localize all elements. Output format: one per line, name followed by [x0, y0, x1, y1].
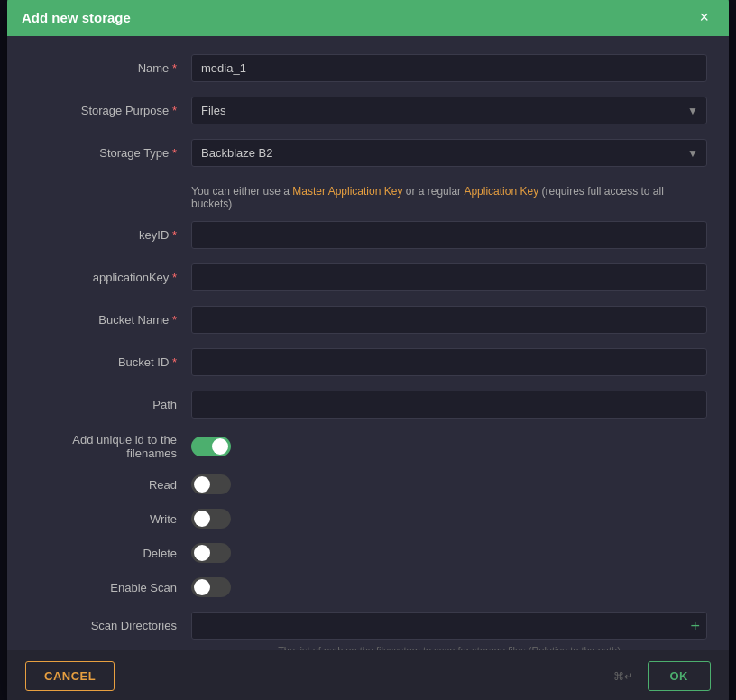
read-row: Read [29, 474, 707, 494]
storage-purpose-row: Storage Purpose * Files Backups Thumbnai… [29, 97, 707, 124]
storage-purpose-select-wrapper: Files Backups Thumbnails ▼ [191, 97, 707, 124]
storage-type-label: Storage Type * [29, 146, 191, 160]
dialog-body: Name * Storage Purpose * Files Backups T… [7, 36, 729, 650]
read-label: Read [29, 478, 191, 492]
name-label: Name * [29, 61, 191, 75]
storage-type-select-wrapper: Backblaze B2 Amazon S3 Google Cloud Stor… [191, 139, 707, 167]
path-input[interactable] [191, 391, 707, 419]
path-row: Path [29, 391, 707, 419]
storage-type-select[interactable]: Backblaze B2 Amazon S3 Google Cloud Stor… [191, 139, 707, 167]
info-text: You can either use a Master Application … [191, 181, 707, 221]
bucket-id-row: Bucket ID * [29, 348, 707, 376]
keyboard-shortcut: ⌘↵ [613, 670, 633, 683]
enable-scan-row: Enable Scan [29, 577, 707, 597]
bucket-name-input[interactable] [191, 306, 707, 334]
write-row: Write [29, 509, 707, 529]
read-toggle[interactable] [191, 474, 231, 494]
name-input[interactable] [191, 54, 707, 82]
dialog-backdrop: Add new storage × Name * Storage Purpose… [0, 0, 736, 700]
bucket-name-row: Bucket Name * [29, 306, 707, 334]
delete-row: Delete [29, 543, 707, 563]
name-row: Name * [29, 54, 707, 82]
scan-directories-label: Scan Directories [29, 619, 191, 632]
storage-purpose-label: Storage Purpose * [29, 104, 191, 117]
delete-toggle[interactable] [191, 543, 231, 563]
bucket-name-label: Bucket Name * [29, 313, 191, 327]
enable-scan-toggle[interactable] [191, 577, 231, 597]
storage-type-row: Storage Type * Backblaze B2 Amazon S3 Go… [29, 139, 707, 167]
write-toggle[interactable] [191, 509, 231, 529]
dialog-title: Add new storage [22, 10, 131, 25]
unique-id-row: Add unique id to the filenames [29, 433, 707, 460]
application-key-input[interactable] [191, 263, 707, 291]
path-label: Path [29, 398, 191, 411]
close-button[interactable]: × [694, 7, 714, 27]
keyid-label: keyID * [29, 228, 191, 242]
enable-scan-label: Enable Scan [29, 581, 191, 594]
ok-button[interactable]: OK [648, 661, 712, 691]
add-storage-dialog: Add new storage × Name * Storage Purpose… [7, 0, 729, 700]
bucket-id-input[interactable] [191, 348, 707, 376]
keyid-input[interactable] [191, 221, 707, 249]
unique-id-toggle[interactable] [191, 437, 231, 456]
unique-id-label: Add unique id to the filenames [29, 433, 191, 460]
storage-purpose-select[interactable]: Files Backups Thumbnails [191, 97, 707, 124]
delete-label: Delete [29, 547, 191, 560]
application-key-row: applicationKey * [29, 263, 707, 291]
dialog-header: Add new storage × [7, 0, 729, 36]
add-scan-directory-button[interactable]: + [690, 616, 700, 635]
scan-directories-input[interactable] [191, 612, 707, 640]
scan-directories-row: Scan Directories + [29, 612, 707, 640]
keyid-row: keyID * [29, 221, 707, 249]
write-label: Write [29, 512, 191, 526]
application-key-label: applicationKey * [29, 271, 191, 284]
cancel-button[interactable]: CANCEL [25, 661, 115, 691]
dialog-footer: CANCEL ⌘↵ OK [7, 650, 729, 700]
bucket-id-label: Bucket ID * [29, 355, 191, 369]
